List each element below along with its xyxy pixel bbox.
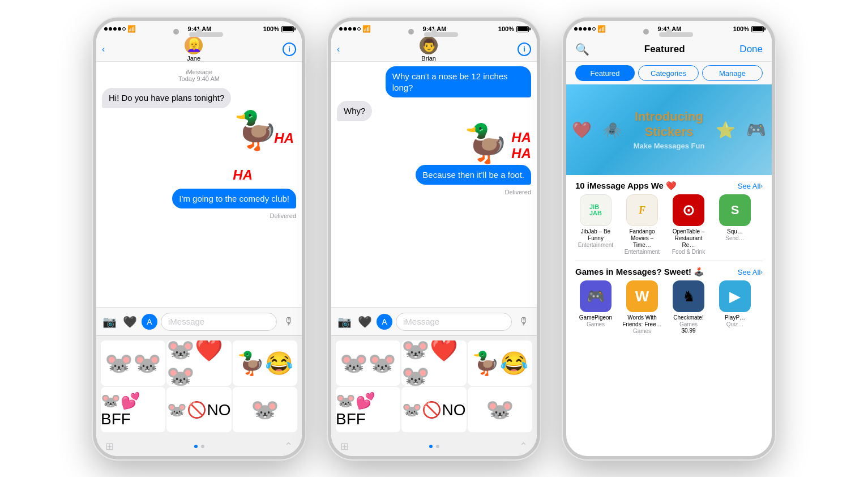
apps-row-1: JIBJAB JibJab – Be Funny Entertainment F… bbox=[566, 194, 772, 261]
appstore-banner[interactable]: ❤️ 🕷️ IntroducingStickers Make Messages … bbox=[566, 84, 772, 175]
sticker-cell-4[interactable]: 🐭💕BFF bbox=[101, 387, 165, 432]
sticker-donald-2: 🦆 bbox=[463, 125, 509, 161]
grid-icon-1[interactable]: ⊞ bbox=[105, 440, 114, 453]
tab-categories[interactable]: Categories bbox=[638, 65, 699, 81]
sticker-cell-2-4[interactable]: 🐭💕BFF bbox=[336, 387, 400, 432]
messages-area-1: iMessageToday 9:40 AM Hi! Do you have pl… bbox=[96, 62, 302, 307]
sticker-cell-2-5[interactable]: 🐭🚫NO bbox=[401, 387, 466, 432]
opentable-icon: ⊙ bbox=[673, 194, 704, 226]
mic-button-1[interactable]: 🎙 bbox=[280, 313, 297, 330]
chevron-up-2[interactable]: ⌃ bbox=[519, 440, 528, 453]
done-button[interactable]: Done bbox=[739, 44, 763, 55]
info-button-1[interactable]: i bbox=[283, 42, 296, 56]
message-input-2[interactable]: iMessage bbox=[396, 313, 512, 331]
dot1-2 bbox=[339, 27, 343, 31]
wifi-icon-3: 📶 bbox=[597, 25, 606, 33]
signal-area-2: 📶 bbox=[339, 25, 371, 33]
messages-area-2: Why can't a nose be 12 inches long? Why?… bbox=[331, 62, 537, 307]
banner-main-content: IntroducingStickers Make Messages Fun bbox=[634, 109, 705, 150]
section2-header: Games in Messages? Sweet! 🕹️ See All › bbox=[566, 261, 772, 280]
time-display-3: 9:41 AM bbox=[658, 25, 682, 32]
app-fandango[interactable]: F Fandango Movies – Time… Entertainment bbox=[622, 194, 662, 255]
sticker-cell-3[interactable]: 🦆😂 bbox=[233, 340, 297, 386]
heart-button-1[interactable]: 🖤 bbox=[121, 313, 138, 330]
battery-fill bbox=[283, 27, 293, 31]
battery-percent-3: 100% bbox=[733, 25, 749, 32]
sticker-cell-1[interactable]: 🐭🐭 bbox=[101, 340, 165, 386]
ha-ha-2: HAHA bbox=[511, 130, 531, 161]
sticker-cell-5[interactable]: 🐭🚫NO bbox=[166, 387, 231, 432]
appstore-nav: 🔍 Featured Done bbox=[566, 37, 772, 62]
app-opentable[interactable]: ⊙ OpenTable – Restaurant Re… Food & Drin… bbox=[668, 194, 709, 255]
app-squarespace[interactable]: S Squ… Send… bbox=[715, 194, 755, 255]
banner-subtitle: Make Messages Fun bbox=[634, 142, 705, 150]
grid-icon-2[interactable]: ⊞ bbox=[340, 440, 349, 453]
msg-delivered-2: Delivered bbox=[337, 189, 531, 195]
dot-active-2 bbox=[429, 445, 433, 448]
back-button-1[interactable]: ‹ bbox=[102, 44, 105, 54]
battery-percent: 100% bbox=[263, 25, 279, 32]
section2-see-all[interactable]: See All › bbox=[738, 268, 763, 276]
sticker-cell-2[interactable]: 🐭❤️🐭 bbox=[166, 340, 231, 386]
game-playq[interactable]: ▶ PlayP… Quiz… bbox=[715, 280, 755, 334]
contact-header-2[interactable]: 👨 Brian bbox=[420, 37, 438, 62]
tab-manage[interactable]: Manage bbox=[702, 65, 763, 81]
dot3-2 bbox=[348, 27, 352, 31]
battery-fill-2 bbox=[518, 27, 528, 31]
info-button-2[interactable]: i bbox=[518, 42, 531, 56]
chevron-up-1[interactable]: ⌃ bbox=[284, 440, 293, 453]
sticker-cell-2-2[interactable]: 🐭❤️🐭 bbox=[401, 340, 466, 386]
signal-dots-2 bbox=[339, 27, 361, 31]
contact-header-1[interactable]: 👱‍♀️ Jane bbox=[185, 37, 203, 62]
msg-bubble-received-1: Hi! Do you have plans tonight? bbox=[102, 88, 231, 108]
sticker-area-2: 🦆 HAHA bbox=[463, 125, 531, 161]
nav-bar-1: ‹ 👱‍♀️ Jane i bbox=[96, 37, 302, 62]
banner-title: IntroducingStickers bbox=[635, 109, 703, 139]
camera-button-1[interactable]: 📷 bbox=[101, 313, 118, 330]
camera-2 bbox=[408, 29, 414, 35]
wifi-icon-2: 📶 bbox=[362, 25, 371, 33]
message-input-1[interactable]: iMessage bbox=[161, 313, 277, 331]
back-button-2[interactable]: ‹ bbox=[337, 44, 340, 54]
squarespace-icon: S bbox=[719, 194, 751, 226]
sticker-cell-6[interactable]: 🐭 bbox=[233, 387, 297, 432]
sticker-cell-2-3[interactable]: 🦆😂 bbox=[468, 340, 532, 386]
sticker-cell-2-1[interactable]: 🐭🐭 bbox=[336, 340, 400, 386]
dot4-2 bbox=[353, 27, 356, 31]
gamepigeon-logo: 🎮 bbox=[587, 288, 605, 305]
heart-button-2[interactable]: 🖤 bbox=[356, 313, 373, 330]
section1-see-all[interactable]: See All › bbox=[738, 182, 763, 190]
dot1-3 bbox=[574, 27, 578, 31]
apps-button-1[interactable]: A bbox=[142, 314, 157, 330]
wifi-icon: 📶 bbox=[127, 25, 136, 33]
msg-bubble-received-2: Why? bbox=[337, 101, 372, 121]
game-gamepigeon[interactable]: 🎮 GamePigeon Games bbox=[575, 280, 616, 334]
section2-title-text: Games in Messages? Sweet! 🕹️ bbox=[575, 267, 704, 277]
camera-button-2[interactable]: 📷 bbox=[336, 313, 353, 330]
sticker-donald-1: 🦆HAHA bbox=[233, 112, 294, 185]
back-chevron: ‹ bbox=[102, 44, 105, 54]
mic-button-2[interactable]: 🎙 bbox=[515, 313, 532, 330]
opentable-category: Food & Drink bbox=[672, 249, 705, 255]
phone-3: 📶 9:41 AM 100% 🔍 Featured Done Featured … bbox=[563, 18, 775, 459]
banner-decorations: ❤️ 🕷️ IntroducingStickers Make Messages … bbox=[566, 84, 772, 175]
sticker-cell-2-6[interactable]: 🐭 bbox=[468, 387, 532, 432]
apps-button-2[interactable]: A bbox=[377, 314, 392, 330]
see-all-chevron-1: › bbox=[760, 182, 763, 189]
section1-title-text: 10 iMessage Apps We ❤️ bbox=[575, 181, 677, 191]
search-icon[interactable]: 🔍 bbox=[575, 42, 589, 56]
jibjab-icon: JIBJAB bbox=[580, 194, 612, 226]
game-words[interactable]: W Words With Friends: Free… Games bbox=[622, 280, 662, 334]
dot2-2 bbox=[344, 27, 347, 31]
tab-featured[interactable]: Featured bbox=[575, 65, 635, 81]
input-placeholder-1: iMessage bbox=[168, 317, 204, 326]
app-jibjab[interactable]: JIBJAB JibJab – Be Funny Entertainment bbox=[575, 194, 616, 255]
contact-name-1: Jane bbox=[187, 55, 200, 62]
dot-inactive-2 bbox=[436, 445, 439, 448]
info-icon-2: i bbox=[523, 45, 525, 53]
time-display: 9:41 AM bbox=[188, 25, 212, 32]
game-checkmate[interactable]: ♞ Checkmate! Games $0.99 bbox=[668, 280, 709, 334]
signal-dots-3 bbox=[574, 27, 596, 31]
checkmate-logo: ♞ bbox=[682, 288, 695, 305]
games-row: 🎮 GamePigeon Games W Words With Friends:… bbox=[566, 280, 772, 338]
